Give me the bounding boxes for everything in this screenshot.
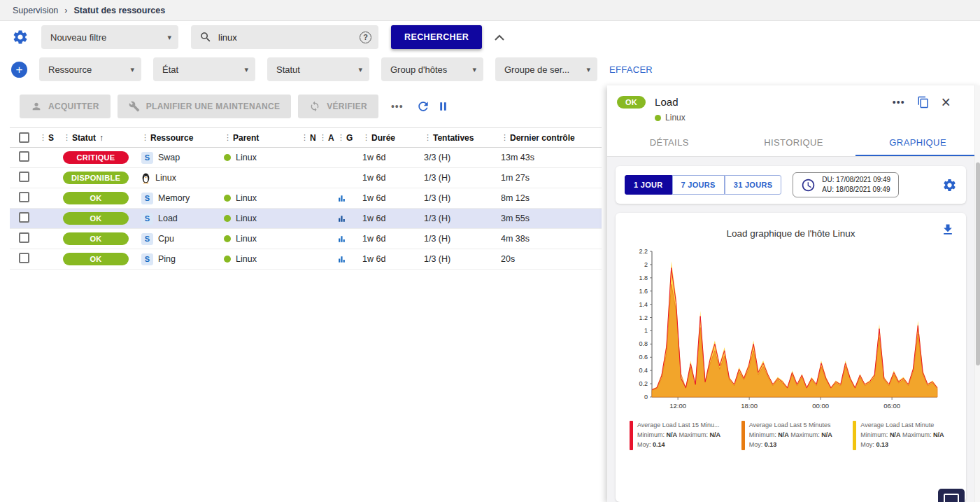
table-row-load[interactable]: OK SLoad Linux 1w 6d 1/3 (H) 3m 55s xyxy=(10,209,602,229)
acknowledge-button[interactable]: ACQUITTER xyxy=(20,95,111,118)
service-icon: S xyxy=(141,233,153,245)
collapse-filters-button[interactable] xyxy=(495,34,504,41)
search-input[interactable] xyxy=(218,32,353,43)
col-header-parent[interactable]: Parent xyxy=(233,133,259,143)
status-badge: OK xyxy=(63,253,129,265)
last-check-value: 8m 12s xyxy=(501,193,602,203)
legend-item-load1[interactable]: Average Load Last Minute Minimum: N/A Ma… xyxy=(853,421,958,450)
range-button-1day[interactable]: 1 JOUR xyxy=(625,175,672,195)
drag-handle-icon[interactable]: ⋮ xyxy=(337,133,345,142)
drag-handle-icon[interactable]: ⋮ xyxy=(501,133,509,142)
table-row-swap[interactable]: CRITIQUE SSwap Linux 1w 6d 3/3 (H) 13m 4… xyxy=(10,148,602,168)
graph-icon[interactable] xyxy=(337,255,362,264)
duration-value: 1w 6d xyxy=(362,173,424,183)
drag-handle-icon[interactable]: ⋮ xyxy=(224,133,232,142)
more-actions-button[interactable]: ••• xyxy=(391,101,404,112)
legend-color-bar xyxy=(741,421,745,450)
tries-value: 3/3 (H) xyxy=(424,153,501,162)
status-badge: OK xyxy=(63,192,129,204)
scrollbar-thumb[interactable] xyxy=(976,162,980,365)
help-icon[interactable]: ? xyxy=(360,32,371,43)
search-box[interactable]: ? xyxy=(191,25,378,49)
sync-icon xyxy=(309,101,320,112)
check-button[interactable]: VÉRIFIER xyxy=(298,95,378,118)
drag-handle-icon[interactable]: ⋮ xyxy=(319,133,327,142)
table-row-linux-host[interactable]: DISPONIBLE Linux 1w 6d 1/3 (H) 1m 27s xyxy=(10,168,602,188)
col-header-n[interactable]: N xyxy=(310,133,316,143)
legend-item-load15[interactable]: Average Load Last 15 Minu... Minimum: N/… xyxy=(630,421,734,450)
range-button-7days[interactable]: 7 JOURS xyxy=(672,175,725,195)
table-row-memory[interactable]: OK SMemory Linux 1w 6d 1/3 (H) 8m 12s xyxy=(10,188,602,209)
service-icon: S xyxy=(141,253,153,265)
service-icon: S xyxy=(141,213,153,225)
criteria-label: Statut xyxy=(276,64,300,75)
criteria-select-servicegroup[interactable]: Groupe de ser... ▾ xyxy=(495,57,597,81)
maintenance-button[interactable]: PLANIFIER UNE MAINTENANCE xyxy=(118,95,292,118)
row-checkbox[interactable] xyxy=(19,151,29,162)
copy-link-button[interactable] xyxy=(917,96,930,109)
clear-filters-button[interactable]: EFFACER xyxy=(609,64,653,75)
col-header-last-check[interactable]: Dernier contrôle xyxy=(510,133,575,143)
col-header-state[interactable]: S xyxy=(48,133,54,143)
graph-icon[interactable] xyxy=(337,194,362,203)
row-checkbox[interactable] xyxy=(19,232,29,243)
drag-handle-icon[interactable]: ⋮ xyxy=(424,133,432,142)
drag-handle-icon[interactable]: ⋮ xyxy=(39,133,47,142)
export-graph-button[interactable] xyxy=(941,223,955,237)
row-checkbox[interactable] xyxy=(19,253,29,263)
row-checkbox[interactable] xyxy=(19,172,29,182)
row-checkbox[interactable] xyxy=(19,212,29,223)
legend-item-load5[interactable]: Average Load Last 5 Minutes Minimum: N/A… xyxy=(741,421,846,450)
close-panel-button[interactable]: × xyxy=(942,96,951,109)
status-badge: OK xyxy=(63,232,129,245)
col-header-a[interactable]: A xyxy=(328,133,334,143)
graph-icon[interactable] xyxy=(337,235,362,244)
saved-filter-select[interactable]: Nouveau filtre ▾ xyxy=(41,25,178,49)
select-all-checkbox[interactable] xyxy=(19,132,29,143)
col-header-tries[interactable]: Tentatives xyxy=(433,133,474,143)
check-label: VÉRIFIER xyxy=(327,102,367,111)
svg-text:0.2: 0.2 xyxy=(639,380,648,387)
filter-bar: Nouveau filtre ▾ ? RECHERCHER xyxy=(0,21,980,53)
drag-handle-icon[interactable]: ⋮ xyxy=(63,133,71,142)
col-header-status[interactable]: Statut xyxy=(72,133,96,143)
legend-color-bar xyxy=(853,421,856,450)
fullscreen-widget-button[interactable] xyxy=(938,489,965,502)
tab-details[interactable]: DÉTAILS xyxy=(607,129,732,156)
filter-settings-button[interactable] xyxy=(12,29,29,46)
table-row-ping[interactable]: OK SPing Linux 1w 6d 1/3 (H) 20s xyxy=(10,249,602,270)
graph-settings-button[interactable] xyxy=(942,178,957,193)
table-row-cpu[interactable]: OK SCpu Linux 1w 6d 1/3 (H) 4m 38s xyxy=(10,229,602,249)
drag-handle-icon[interactable]: ⋮ xyxy=(141,133,149,142)
drag-handle-icon[interactable]: ⋮ xyxy=(301,133,308,142)
tries-value: 1/3 (H) xyxy=(424,234,501,244)
parent-name: Linux xyxy=(236,193,257,203)
col-header-resource[interactable]: Ressource xyxy=(150,133,193,143)
range-button-31days[interactable]: 31 JOURS xyxy=(725,175,782,195)
panel-host-name[interactable]: Linux xyxy=(665,113,686,123)
tab-graph[interactable]: GRAPHIQUE xyxy=(855,129,980,156)
col-header-duration[interactable]: Durée xyxy=(371,133,395,143)
col-header-g[interactable]: G xyxy=(346,133,353,143)
search-button[interactable]: RECHERCHER xyxy=(391,25,482,49)
row-checkbox[interactable] xyxy=(19,192,29,202)
criteria-select-state[interactable]: État ▾ xyxy=(153,57,255,81)
linux-penguin-icon xyxy=(141,173,150,183)
drag-handle-icon[interactable]: ⋮ xyxy=(362,133,370,142)
panel-scrollbar[interactable] xyxy=(974,85,980,502)
breadcrumb-item-supervision[interactable]: Supervision xyxy=(13,6,58,15)
sort-asc-icon[interactable]: ↑ xyxy=(99,133,104,143)
legend-min-label: Minimum: xyxy=(860,431,888,438)
time-period-picker[interactable]: DU: 17/08/2021 09:49 AU: 18/08/2021 09:4… xyxy=(793,172,899,197)
add-criteria-button[interactable]: + xyxy=(11,62,27,78)
tab-history[interactable]: HISTORIQUE xyxy=(732,129,856,156)
last-check-value: 20s xyxy=(501,254,602,264)
svg-text:18:00: 18:00 xyxy=(741,402,758,410)
pause-button[interactable] xyxy=(437,100,449,113)
criteria-select-resource[interactable]: Ressource ▾ xyxy=(39,57,141,81)
refresh-button[interactable] xyxy=(416,99,430,113)
graph-icon[interactable] xyxy=(337,214,362,223)
criteria-select-hostgroup[interactable]: Group d'hôtes ▾ xyxy=(381,57,483,81)
criteria-select-status[interactable]: Statut ▾ xyxy=(267,57,369,81)
panel-more-button[interactable]: ••• xyxy=(893,97,905,108)
